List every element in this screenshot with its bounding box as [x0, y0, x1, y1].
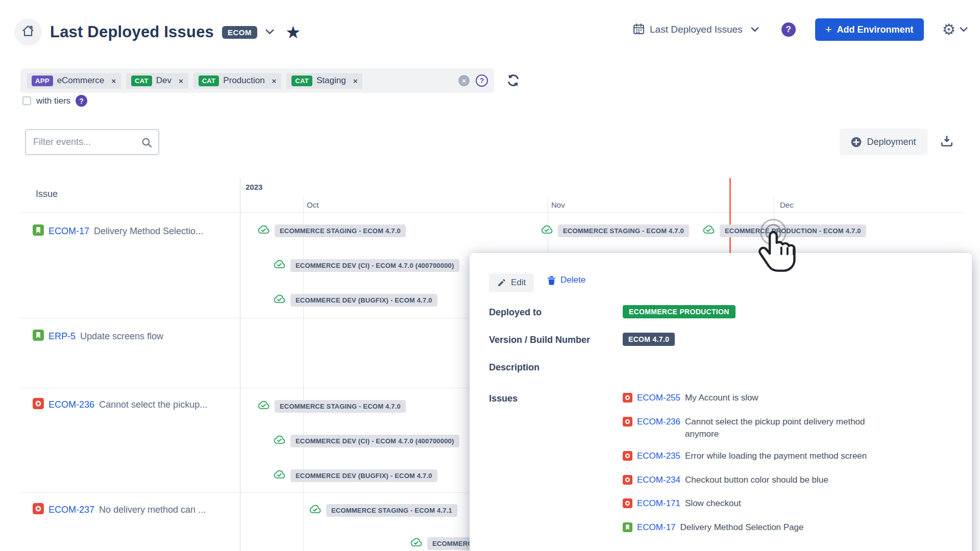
deployment-badge: ECOMMERCE STAGING - ECOM 4.7.0: [275, 400, 406, 413]
deployment-event[interactable]: ECOMMERCE DEV (BUGFIX) - ECOM 4.7.0: [273, 294, 437, 307]
month-label-nov: Nov: [551, 201, 565, 209]
with-tiers-checkbox[interactable]: [22, 96, 31, 105]
bug-icon: [33, 503, 44, 516]
filter-chip-cat-dev[interactable]: CAT Dev ×: [126, 73, 188, 89]
popup-issue-ecom-17: ECOM-17 Delivery Method Selection Page: [623, 521, 884, 536]
edit-button[interactable]: Edit: [489, 273, 534, 292]
filter-chip-bar: APP eCommerce × CAT Dev × CAT Production…: [20, 68, 494, 93]
cloud-check-icon: [257, 224, 270, 237]
issue-key-link[interactable]: ECOM-171: [637, 497, 680, 510]
issue-key-link[interactable]: ECOM-236: [48, 399, 94, 410]
help-icon[interactable]: ?: [781, 22, 796, 37]
filter-help-icon[interactable]: ?: [476, 74, 488, 87]
pencil-icon: [497, 278, 506, 287]
filter-chip-cat-staging[interactable]: CAT Staging ×: [286, 73, 362, 89]
cloud-check-icon: [540, 224, 553, 237]
chip-label: eCommerce: [57, 76, 105, 86]
project-badge: ECOM: [222, 26, 257, 39]
cat-tag: CAT: [199, 76, 219, 86]
issue-key-link[interactable]: ECOM-17: [48, 226, 89, 237]
settings-chevron-down-icon[interactable]: [960, 25, 968, 34]
add-deployment-button[interactable]: Deployment: [840, 129, 927, 155]
issue-key-link[interactable]: ECOM-234: [637, 474, 680, 487]
deployment-badge: ECOMMERCE STAGING - ECOM 4.7.0: [558, 224, 689, 237]
row-divider: [20, 212, 965, 213]
filter-chip-app-ecommerce[interactable]: APP eCommerce ×: [27, 73, 121, 89]
deployment-event[interactable]: ECOMMERCE STAGING - ECOM 4.7.0: [257, 224, 406, 237]
edit-button-label: Edit: [511, 278, 526, 288]
bug-icon: [623, 498, 632, 512]
with-tiers-help-icon[interactable]: ?: [76, 95, 87, 107]
chip-label: Dev: [156, 76, 172, 86]
filter-chip-cat-production[interactable]: CAT Production ×: [193, 73, 282, 89]
cat-tag: CAT: [291, 76, 312, 86]
bug-icon: [623, 417, 632, 431]
settings-gear-icon[interactable]: ⚙: [942, 22, 956, 37]
issue-key-link[interactable]: ECOM-235: [637, 450, 680, 463]
home-button[interactable]: [14, 18, 42, 46]
deployment-event[interactable]: ECOMMERCE DEV (CI) - ECOM 4.7.0 (4007000…: [273, 435, 459, 447]
issue-summary: Update screens flow: [80, 331, 163, 342]
deployment-event[interactable]: ECOMMERCE DEV (CI) - ECOM 4.7.0 (4007000…: [273, 259, 459, 272]
deployment-event[interactable]: ECOMMERCE DEV (BUGFIX) - ECOM 4.7.0: [273, 469, 437, 482]
issue-column-header: Issue: [36, 189, 58, 199]
issue-key-link[interactable]: ECOM-237: [48, 505, 94, 515]
view-selector[interactable]: Last Deployed Issues: [633, 23, 759, 37]
cloud-check-icon: [702, 224, 715, 237]
view-selector-chevron-down-icon: [751, 25, 759, 34]
add-environment-button[interactable]: + Add Environment: [815, 18, 924, 41]
deployment-badge: ECOMMERCE STAGING - ECOM 4.7.0: [275, 224, 406, 237]
deployment-badge: ECOMMERCE DEV (CI) - ECOM 4.7.0 (4007000…: [290, 435, 459, 447]
title-chevron-down-icon[interactable]: [265, 28, 274, 37]
issue-key-link[interactable]: ECOM-17: [637, 521, 676, 534]
version-value-badge: ECOM 4.7.0: [623, 333, 675, 346]
remove-chip-icon[interactable]: ×: [272, 77, 277, 85]
cloud-check-icon: [273, 259, 286, 272]
cloud-check-icon: [409, 537, 423, 550]
filter-events-input[interactable]: [25, 129, 159, 155]
issue-summary: Checkout button color should be blue: [685, 474, 828, 487]
delete-button-label: Delete: [560, 275, 585, 285]
deployment-event[interactable]: ECOMMERC: [409, 537, 478, 550]
gridline-oct: [303, 196, 304, 551]
deployment-event[interactable]: ECOMMERCE STAGING - ECOM 4.7.0: [257, 400, 406, 413]
refresh-icon[interactable]: [506, 73, 520, 89]
remove-chip-icon[interactable]: ×: [179, 77, 183, 85]
header-right: Last Deployed Issues ? + Add Environment…: [633, 18, 968, 41]
chip-label: Staging: [316, 76, 346, 86]
issue-key-link[interactable]: ECOM-236: [637, 416, 680, 429]
deployment-details-popup: Edit Delete Deployed to ECOMMERCE PRODUC…: [470, 253, 972, 551]
story-icon: [33, 330, 44, 343]
remove-chip-icon[interactable]: ×: [353, 77, 358, 85]
with-tiers-row: with tiers ?: [22, 95, 87, 107]
deployment-event[interactable]: ECOMMERCE STAGING - ECOM 4.7.1: [308, 504, 457, 517]
issue-key-link[interactable]: ECOM-255: [637, 392, 680, 405]
description-label: Description: [489, 362, 540, 373]
deployment-badge: ECOMMERCE PRODUCTION - ECOM 4.7.0: [720, 224, 866, 237]
page-title: Last Deployed Issues: [50, 23, 214, 41]
bug-icon: [623, 475, 632, 489]
issue-summary: Cannot select the pickup...: [99, 399, 207, 410]
clear-filters-icon[interactable]: ×: [458, 75, 470, 86]
deployment-event-selected[interactable]: ECOMMERCE PRODUCTION - ECOM 4.7.0: [702, 224, 866, 237]
search-icon: [141, 137, 153, 151]
favorite-star-icon[interactable]: ★: [285, 23, 301, 41]
with-tiers-label: with tiers: [36, 96, 70, 106]
deployment-event[interactable]: ECOMMERCE STAGING - ECOM 4.7.0: [540, 224, 689, 237]
deployed-to-label: Deployed to: [489, 307, 542, 318]
deployment-badge: ECOMMERCE DEV (CI) - ECOM 4.7.0 (4007000…: [290, 259, 459, 272]
popup-issues-list: ECOM-255 My Account is slow ECOM-236 Can…: [623, 392, 884, 536]
issue-key-link[interactable]: ERP-5: [48, 331, 76, 342]
bug-icon: [33, 398, 44, 411]
story-icon: [33, 224, 44, 238]
issues-label: Issues: [489, 393, 518, 404]
home-icon: [21, 25, 35, 39]
delete-button[interactable]: Delete: [547, 275, 585, 285]
app-tag: APP: [32, 76, 53, 86]
cat-tag: CAT: [131, 76, 152, 86]
download-icon[interactable]: [940, 135, 953, 149]
remove-chip-icon[interactable]: ×: [111, 77, 116, 85]
cloud-check-icon: [273, 435, 286, 447]
year-label: 2023: [246, 183, 262, 191]
plus-circle-icon: [851, 137, 862, 147]
